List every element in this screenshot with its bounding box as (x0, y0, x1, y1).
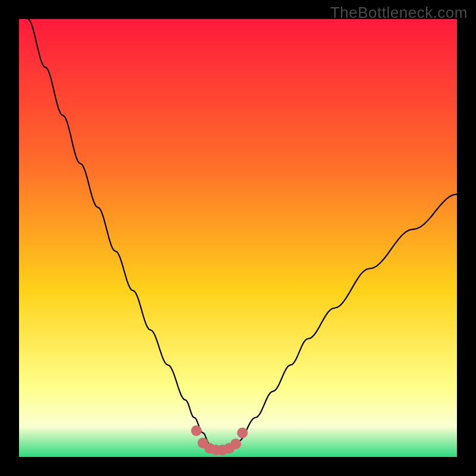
marker-dot (230, 439, 241, 449)
watermark-text: TheBottleneck.com (330, 4, 468, 22)
plot-background-gradient (19, 19, 457, 457)
marker-dot (191, 425, 202, 436)
marker-dot (237, 428, 248, 439)
chart-frame: TheBottleneck.com (0, 0, 476, 476)
bottleneck-chart (0, 0, 476, 476)
